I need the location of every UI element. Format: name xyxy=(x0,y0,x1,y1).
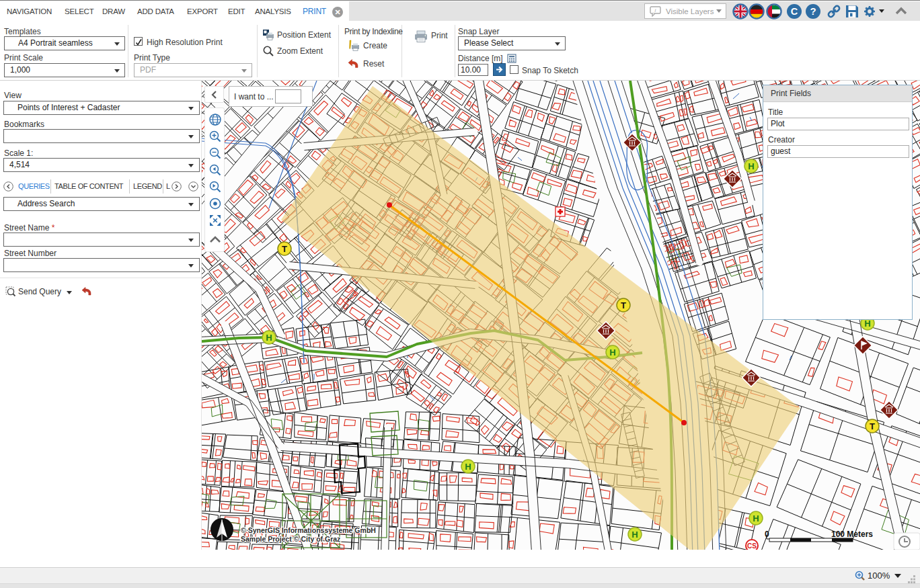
svg-text:H: H xyxy=(753,513,759,523)
svg-text:CS: CS xyxy=(747,542,757,550)
svg-text:100 Meters: 100 Meters xyxy=(831,530,873,539)
svg-text:© SynerGIS Informationssysteme: © SynerGIS Informationssysteme GmbH xyxy=(241,526,376,534)
svg-text:H: H xyxy=(609,347,615,358)
svg-text:H: H xyxy=(465,462,471,472)
svg-text:H: H xyxy=(266,333,272,343)
svg-text:H: H xyxy=(631,530,638,540)
svg-text:C: C xyxy=(791,6,798,17)
svg-text:Sample Project © City of Graz: Sample Project © City of Graz xyxy=(241,535,340,543)
svg-text:T: T xyxy=(870,421,875,431)
svg-text:T: T xyxy=(621,300,626,310)
svg-text:?: ? xyxy=(810,5,816,17)
svg-text:i: i xyxy=(655,7,656,13)
svg-text:T: T xyxy=(282,244,287,254)
svg-text:H: H xyxy=(748,161,754,171)
